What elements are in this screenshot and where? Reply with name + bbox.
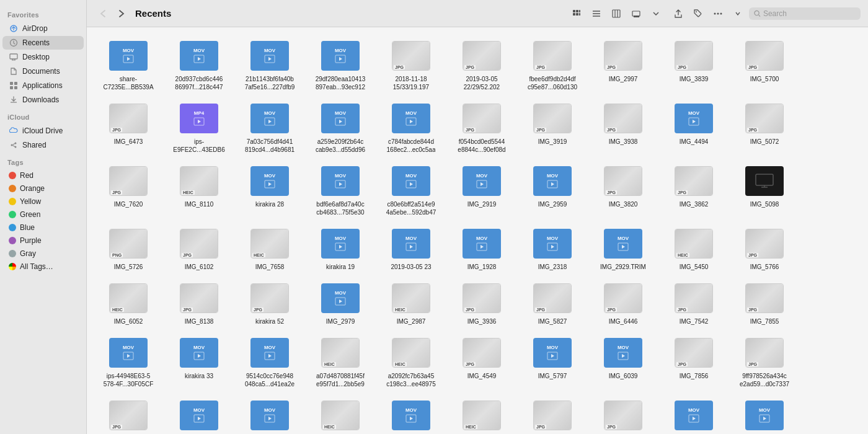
sidebar-item-applications[interactable]: Applications [2, 79, 84, 92]
list-item[interactable]: MOV IMG_4494 [660, 97, 728, 157]
sidebar-item-recents[interactable]: Recents [2, 36, 84, 50]
list-item[interactable]: MOV 20d937cbd6c44686997f...218c447 [165, 35, 233, 95]
list-item[interactable]: JPG IMG_6473 [94, 97, 162, 157]
list-item[interactable]: JPG 9ff978526a434ce2ad59...d0c7337 [730, 332, 799, 392]
list-item[interactable]: MOV IMG_2929 [660, 394, 728, 434]
list-item[interactable]: HEIC IMG_8110 [165, 160, 233, 220]
list-item[interactable]: HEIC a07d4870881f45fe95f7d1...2bb5e9 [306, 332, 374, 392]
list-item[interactable]: HEIC IMG_7658 [236, 223, 304, 275]
list-item[interactable]: JPG c223b3b8ad11442f8c28...7328d04 [518, 394, 587, 434]
list-item[interactable]: HEIC IMG_5450 [660, 223, 728, 275]
list-item[interactable]: JPG IMG_6102 [165, 223, 233, 275]
list-item[interactable]: JPG 2018-11-1815/33/19.197 [377, 35, 445, 95]
list-item[interactable]: JPG IMG_3919 [518, 97, 587, 157]
more-dropdown-button[interactable] [729, 5, 746, 22]
list-item[interactable]: MOV 21b1143bf6fa40b7af5e16...227dfb9 [236, 35, 304, 95]
sidebar-item-all-tags[interactable]: All Tags… [2, 260, 84, 273]
list-item[interactable]: JPG f054bcd0ed5544e8844c...90ef08d [448, 97, 516, 157]
file-name: 20d937cbd6c44686997f...218c447 [175, 75, 223, 91]
list-item[interactable]: MOV IMG_1928 [448, 223, 516, 275]
sidebar-item-icloud-drive[interactable]: iCloud Drive [2, 124, 84, 138]
list-item[interactable]: MOV IMG_2979 [306, 277, 374, 329]
list-item[interactable]: MOV IMG_2929.TRIM [589, 223, 657, 275]
list-item[interactable]: JPG IMG_4549 [448, 332, 516, 392]
list-item[interactable]: HEIC IMG_2987 [377, 277, 445, 329]
list-item[interactable]: MOV c80e6bff2a514e94a5ebe...592db47 [377, 160, 445, 220]
list-item[interactable]: JPG IMG_3820 [589, 160, 657, 220]
list-item[interactable]: MOV c784fabcde844d168ec2...ec0c5aa [377, 97, 445, 157]
view-list-button[interactable] [588, 5, 605, 22]
list-item[interactable]: MOV IMG_5797 [518, 332, 587, 392]
list-item[interactable]: JPG IMG_6446 [589, 277, 657, 329]
list-item[interactable]: MOV IMG_6039 [589, 332, 657, 392]
list-item[interactable]: MOV 29df280eaa10413897eab...93ec912 [306, 35, 374, 95]
list-item[interactable]: JPG IMG_5766 [730, 223, 799, 275]
list-item[interactable]: MOV kirakira 49 [377, 394, 445, 434]
list-item[interactable]: JPG IMG_3936 [448, 277, 516, 329]
forward-button[interactable] [113, 5, 130, 22]
list-item[interactable]: JPG IMG_3839 [660, 35, 728, 95]
list-item[interactable]: JPG fbee6df9db2d4dfc95e87...060d130 [518, 35, 587, 95]
list-item[interactable]: JPG 22bc1243831f436ba221...8ac72aef [94, 394, 162, 434]
tag-button[interactable] [689, 5, 707, 22]
sidebar-item-airdrop[interactable]: AirDrop [2, 22, 84, 35]
list-item[interactable]: JPG IMG_8138 [165, 277, 233, 329]
list-item[interactable]: MOV kirakira 19 [306, 223, 374, 275]
list-item[interactable]: MOV IMG_2919 [448, 160, 516, 220]
list-item[interactable]: PNG IMG_5726 [94, 223, 162, 275]
list-item[interactable]: MOV ips-44948E63-5578-4F...30F05CF [94, 332, 162, 392]
sidebar-item-orange[interactable]: Orange [2, 182, 84, 195]
list-item[interactable]: MOV IMG_3154.TRIM [730, 394, 799, 434]
sidebar-item-yellow[interactable]: Yellow [2, 195, 84, 208]
view-dropdown-button[interactable] [647, 5, 665, 22]
list-item[interactable]: JPG IMG_7542 [660, 277, 728, 329]
sidebar-item-red[interactable]: Red [2, 169, 84, 182]
list-item[interactable]: JPG IMG_3938 [589, 97, 657, 157]
list-item[interactable]: MOV 9514c0cc76e948048ca5...d41ea2e [236, 332, 304, 392]
list-item[interactable]: MOV IMG_2959 [518, 160, 587, 220]
sidebar-item-shared[interactable]: Shared [2, 138, 84, 152]
list-item[interactable]: JPG IMG_2997 [589, 35, 657, 95]
list-item[interactable]: MOV share-C7235E...BB539A [94, 35, 162, 95]
list-item[interactable]: IMG_5098 [730, 160, 799, 220]
list-item[interactable]: MOV 7a03c756df4d41819cd4...d4b9681 [236, 97, 304, 157]
list-item[interactable]: HEIC a2092fc7b63a45c198c3...ee48975 [377, 332, 445, 392]
list-item[interactable]: JPG e7b61b3407884bf497b52...2da81b [589, 394, 657, 434]
list-item[interactable]: HEIC a45c7c3ffb3f49709ce8c...c191b07 [448, 394, 516, 434]
list-item[interactable]: JPG IMG_7620 [94, 160, 162, 220]
sidebar-item-green[interactable]: Green [2, 208, 84, 221]
list-item[interactable]: MOV bdf6e6af8d7a40ccb4683...75f5e30 [306, 160, 374, 220]
list-item[interactable]: JPG IMG_7856 [660, 332, 728, 392]
list-item[interactable]: MOV kirakira 33 [165, 332, 233, 392]
list-item[interactable]: JPG IMG_5827 [518, 277, 587, 329]
list-item[interactable]: HEIC IMG_6052 [94, 277, 162, 329]
list-item[interactable]: MOV IMG_2318 [518, 223, 587, 275]
list-item[interactable]: JPG kirakira 52 [236, 277, 304, 329]
list-item[interactable]: MP4 ips-E9FE2C...43EDB6 [165, 97, 233, 157]
sidebar-item-desktop[interactable]: Desktop [2, 50, 84, 64]
back-button[interactable] [94, 5, 112, 22]
sidebar-item-documents[interactable]: Documents [2, 64, 84, 78]
view-gallery-button[interactable] [627, 5, 645, 22]
list-item[interactable]: MOV kirakira 28 [236, 160, 304, 220]
share-button[interactable] [670, 5, 687, 22]
list-item[interactable]: HEIC IMG_7663 [306, 394, 374, 434]
more-button[interactable] [709, 5, 727, 22]
search-input[interactable] [763, 9, 856, 18]
list-item[interactable]: JPG IMG_3862 [660, 160, 728, 220]
list-item[interactable]: JPG IMG_7855 [730, 277, 799, 329]
view-icon-button[interactable] [568, 5, 585, 22]
sidebar-item-purple[interactable]: Purple [2, 234, 84, 247]
list-item[interactable]: JPG 2019-03-0522/29/52.202 [448, 35, 516, 95]
sidebar-item-downloads[interactable]: Downloads [2, 93, 84, 107]
list-item[interactable]: MOV 53b2042f96a347a5bbad...ff0d9301 [165, 394, 233, 434]
list-item[interactable]: MOV a259e209f2b64ccab9e3...d55dd96 [306, 97, 374, 157]
view-columns-button[interactable] [608, 5, 625, 22]
list-item[interactable]: JPG IMG_5072 [730, 97, 799, 157]
list-item[interactable]: JPG IMG_5700 [730, 35, 799, 95]
file-name: IMG_3936 [467, 317, 497, 326]
sidebar-item-blue[interactable]: Blue [2, 221, 84, 234]
sidebar-item-gray[interactable]: Gray [2, 247, 84, 260]
list-item[interactable]: MOV 2019-03-05 23 [377, 223, 445, 275]
list-item[interactable]: MOV 727f31147d8344d7b556...6b2de23 [236, 394, 304, 434]
